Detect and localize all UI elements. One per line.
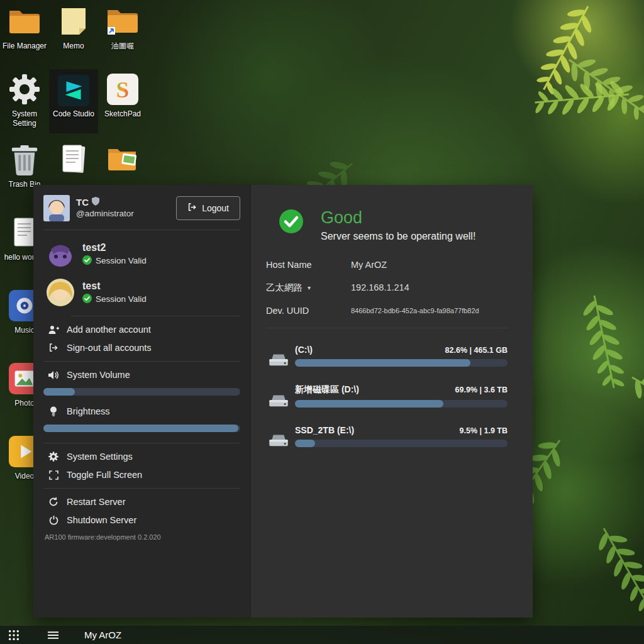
desktop-icon-document[interactable] xyxy=(49,142,98,180)
disk-usage: 9.5% | 1.9 TB xyxy=(460,426,508,435)
status-check-icon xyxy=(279,209,304,236)
gear-icon xyxy=(0,72,49,107)
trash-icon xyxy=(0,142,49,177)
disk-usage-bar xyxy=(295,359,508,367)
account-avatar xyxy=(46,278,75,307)
power-icon xyxy=(47,515,60,525)
disk-usage: 69.9% | 3.6 TB xyxy=(455,386,508,394)
hostname-value: My ArOZ xyxy=(351,260,387,270)
bulb-icon xyxy=(47,406,60,416)
app-grid-icon xyxy=(8,630,19,641)
firmware-version: AR100 firmware:development 0.2.020 xyxy=(45,533,240,541)
tray-panel-left: TC @administrator Logout xyxy=(33,185,250,618)
code-studio-icon xyxy=(49,74,98,107)
user-handle: @administrator xyxy=(76,209,134,219)
disk-usage-bar xyxy=(295,400,508,408)
menu-label: Shutdown Server xyxy=(67,515,136,525)
session-status: Session Valid xyxy=(96,294,147,304)
icon-label: File Manager xyxy=(2,42,47,51)
current-user-row: TC @administrator Logout xyxy=(43,195,240,221)
account-avatar xyxy=(46,240,75,269)
disk-usage-bar xyxy=(295,440,508,447)
desktop-icon-file-manager[interactable]: File Manager xyxy=(0,4,49,51)
server-status: Good Server seems to be operating well! xyxy=(279,209,508,242)
disk-row-c: (C:\) 82.6% | 465.1 GB xyxy=(266,345,508,367)
system-settings-item[interactable]: System Settings xyxy=(47,452,240,462)
disk-usage-fill xyxy=(295,400,443,408)
menu-label: Brightness xyxy=(67,406,110,416)
uuid-row: Dev. UUID 8466bd72-bdb6-452a-abc9-fa98a7… xyxy=(266,306,508,316)
volume-slider-fill xyxy=(43,388,75,396)
disk-name: SSD_2TB (E:\) xyxy=(295,425,354,435)
desktop-icon-folder-picture[interactable] xyxy=(98,142,147,180)
menu-label: System Settings xyxy=(67,452,133,462)
divider xyxy=(43,230,240,230)
desktop-icon-system-setting[interactable]: System Setting xyxy=(0,72,49,128)
restart-server-item[interactable]: Restart Server xyxy=(47,497,240,507)
disk-row-e: SSD_2TB (E:\) 9.5% | 1.9 TB xyxy=(266,425,508,447)
account-row-test2[interactable]: test2 Session Valid xyxy=(46,240,240,269)
system-tray-panel: TC @administrator Logout xyxy=(33,185,533,618)
folder-shortcut-icon xyxy=(98,4,147,39)
menu-label: System Volume xyxy=(67,370,130,380)
shutdown-server-item[interactable]: Shutdown Server xyxy=(47,515,240,525)
desktop-icon-sketchpad[interactable]: S SketchPad xyxy=(98,72,147,119)
add-user-icon xyxy=(47,325,60,335)
gear-icon xyxy=(47,452,60,462)
check-circle-icon xyxy=(82,255,92,267)
hostname-label: Host Name xyxy=(266,260,351,270)
brightness-slider[interactable] xyxy=(43,425,240,432)
account-row-test[interactable]: test Session Valid xyxy=(46,278,240,307)
session-status: Session Valid xyxy=(96,256,147,265)
logout-icon xyxy=(187,203,197,214)
disk-usage-fill xyxy=(295,440,315,447)
menu-label: Restart Server xyxy=(67,497,125,507)
desktop-icon-oil-folder[interactable]: 油圖喔 xyxy=(98,4,147,51)
disk-name: (C:\) xyxy=(295,345,313,355)
menu-label: Add another account xyxy=(67,325,151,335)
system-volume-label-row: System Volume xyxy=(47,370,240,380)
icon-label: System Setting xyxy=(2,109,47,128)
network-row: 乙太網路 ▾ 192.168.1.214 xyxy=(266,282,508,294)
account-info: test Session Valid xyxy=(82,280,147,304)
disk-row-d: 新增磁碟區 (D:\) 69.9% | 3.6 TB xyxy=(266,384,508,408)
user-avatar xyxy=(43,195,70,221)
account-info: test2 Session Valid xyxy=(82,242,147,266)
restart-icon xyxy=(47,497,60,507)
ip-address-value: 192.168.1.214 xyxy=(351,282,409,292)
menu-button[interactable] xyxy=(39,626,67,644)
disk-usage: 82.6% | 465.1 GB xyxy=(445,346,508,355)
sketchpad-icon: S xyxy=(98,72,147,107)
svg-text:S: S xyxy=(116,77,129,103)
logout-button[interactable]: Logout xyxy=(176,196,240,220)
desktop-icon-code-studio[interactable]: Code Studio xyxy=(49,69,98,133)
menu-label: Sign-out all accounts xyxy=(67,343,152,353)
taskbar: My ArOZ xyxy=(0,626,644,644)
volume-slider[interactable] xyxy=(43,388,240,396)
logout-label: Logout xyxy=(202,203,229,213)
memo-icon xyxy=(49,4,98,39)
add-account-item[interactable]: Add another account xyxy=(47,325,240,335)
desktop-icon-trash-bin[interactable]: Trash Bin xyxy=(0,142,49,189)
status-text: Good Server seems to be operating well! xyxy=(321,209,475,242)
menu-label: Toggle Full Screen xyxy=(67,470,142,480)
document-icon xyxy=(49,142,98,177)
brightness-slider-fill xyxy=(43,425,238,432)
user-name: TC xyxy=(76,197,89,209)
divider xyxy=(43,361,240,362)
network-label: 乙太網路 xyxy=(266,282,303,294)
folder-icon xyxy=(0,4,49,39)
network-dropdown[interactable]: 乙太網路 ▾ xyxy=(266,282,351,294)
desktop-icon-memo[interactable]: Memo xyxy=(49,4,98,51)
status-subtitle: Server seems to be operating well! xyxy=(321,231,475,242)
taskbar-title: My ArOZ xyxy=(84,630,121,640)
status-title: Good xyxy=(321,209,475,228)
toggle-fullscreen-item[interactable]: Toggle Full Screen xyxy=(47,470,240,480)
desktop-screen: File Manager Memo 油圖喔 xyxy=(0,0,644,644)
icon-label: SketchPad xyxy=(100,109,145,119)
signout-all-item[interactable]: Sign-out all accounts xyxy=(47,343,240,353)
chevron-down-icon: ▾ xyxy=(308,284,311,291)
app-grid-button[interactable] xyxy=(0,626,28,644)
divider xyxy=(71,316,240,316)
user-names: TC @administrator xyxy=(76,197,134,219)
